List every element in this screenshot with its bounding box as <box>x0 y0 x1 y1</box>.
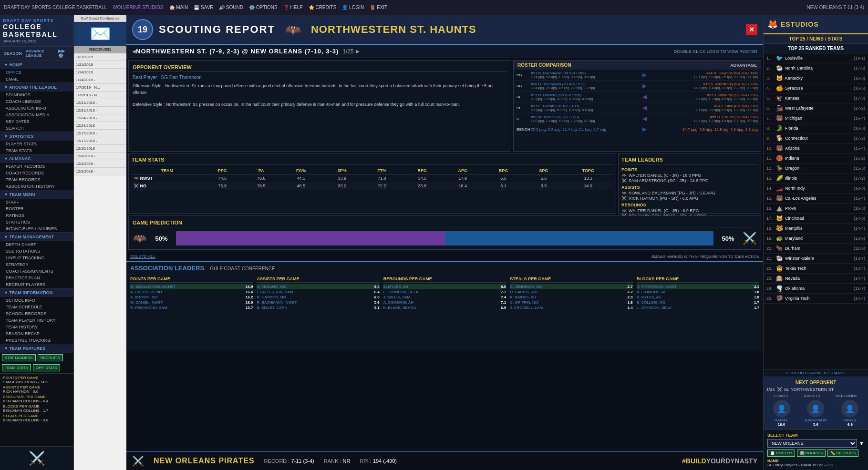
top25-item[interactable]: 18.🐯Memphis(14-4) <box>764 224 868 234</box>
email-row[interactable]: 12/24/2018 - <box>74 122 126 130</box>
sidebar-almanac-header[interactable]: ▼ ALMANAC <box>0 154 73 163</box>
sidebar-item-team-stats[interactable]: TEAM STATS <box>0 147 73 154</box>
recruits-button[interactable]: ✏️ RECRUITS <box>827 450 858 457</box>
close-button[interactable]: ✕ <box>746 24 757 35</box>
sidebar-item-school-records[interactable]: SCHOOL RECORDS <box>0 310 73 317</box>
prev-matchup-button[interactable]: ◀ <box>132 49 136 54</box>
email-row[interactable]: 12/3/2018 - <box>74 153 126 160</box>
opp-stats-btn[interactable]: OPP. STATS <box>33 364 60 371</box>
email-row[interactable]: 1/14/2019 <box>74 69 126 76</box>
sidebar-item-email[interactable]: EMAIL <box>0 76 73 82</box>
sidebar-item-coach-records[interactable]: COACH RECORDS <box>0 170 73 176</box>
top25-item[interactable]: 14.🏎️North Indy(16-3) <box>764 184 868 194</box>
top25-item[interactable]: 5.🦅Kansas(17-3) <box>764 93 868 103</box>
sidebar-item-search[interactable]: SEARCH <box>0 125 73 132</box>
top25-item[interactable]: 17.🐱Cincinnati(14-3) <box>764 214 868 224</box>
sidebar-item-office[interactable]: OFFICE <box>0 69 73 76</box>
nav-exit[interactable]: 🚪 EXIT <box>370 5 387 10</box>
nav-sound[interactable]: 🔊 SOUND <box>219 5 243 10</box>
sidebar-item-assoc-media[interactable]: ASSOCIATION MEDIA <box>0 112 73 118</box>
nav-login[interactable]: 👤 LOGIN <box>342 5 364 10</box>
nav-main[interactable]: 🏠 MAIN <box>169 5 188 10</box>
sidebar-item-assoc-info[interactable]: ASSOCIATION INFO <box>0 105 73 112</box>
sidebar-item-team-records[interactable]: TEAM RECORDS <box>0 176 73 183</box>
top25-item[interactable]: 23.🎰Nevada(14-4) <box>764 274 868 284</box>
top25-item[interactable]: 1.🐦Louisville(19-1) <box>764 53 868 63</box>
recruits-btn[interactable]: RECRUITS <box>38 354 63 361</box>
next-matchup-button[interactable]: ▶ <box>356 49 360 54</box>
email-row[interactable]: 12/31/2018 - <box>74 99 126 107</box>
top25-item[interactable]: 4.🍊Syracuse(16-5) <box>764 83 868 93</box>
sidebar-item-assoc-history[interactable]: ASSOCIATION HISTORY <box>0 183 73 190</box>
sidebar-item-prestige[interactable]: PRESTIGE TRACKING <box>0 337 73 344</box>
top25-header[interactable]: TOP 25 / NEWS / STATS <box>764 34 868 44</box>
sidebar-item-standings[interactable]: STANDINGS <box>0 92 73 98</box>
sidebar-item-statistics[interactable]: STATISTICS <box>0 219 73 225</box>
sidebar-item-player-history[interactable]: TEAM PLAYER HISTORY <box>0 317 73 324</box>
sidebar-item-lineup[interactable]: LINEUP TRACKING <box>0 255 73 261</box>
sidebar-team-menu-header[interactable]: ▼ TEAM MENU <box>0 190 73 199</box>
email-row[interactable]: 1/21/2019 <box>74 53 126 61</box>
email-row[interactable]: 1/7/2019 - N... <box>74 84 126 92</box>
sidebar-home-header[interactable]: ▼ HOME <box>0 61 73 69</box>
top25-item[interactable]: 19.🐢Maryland(13-6) <box>764 234 868 244</box>
sidebar-item-key-dates[interactable]: KEY DATES <box>0 118 73 125</box>
top25-item[interactable]: 13.🌽Illinois(17-2) <box>764 174 868 184</box>
nav-credits[interactable]: ⭐ CREDITS <box>309 5 337 10</box>
sidebar-item-roster[interactable]: ROSTER <box>0 205 73 212</box>
top25-item[interactable]: 20.🐂Durham(12-5) <box>764 244 868 254</box>
email-row[interactable]: 1/21/2019 <box>74 61 126 69</box>
email-row[interactable]: 12/17/2018 - <box>74 130 126 137</box>
sidebar-season-header[interactable]: SEASON ADVANCE LEAGUE ▶▶ ⚙️ <box>0 47 73 60</box>
email-row[interactable]: 1/7/2019 - N... <box>74 92 126 99</box>
sidebar-item-player-stats[interactable]: PLAYER STATS <box>0 141 73 147</box>
roster-button[interactable]: 📋 ROSTER <box>767 450 795 457</box>
sidebar-team-features-header[interactable]: ▼ TEAM FEATURES <box>0 344 73 353</box>
email-row[interactable]: 12/31/2018 - <box>74 107 126 114</box>
stat-leaders-btn[interactable]: STAT LEADERS <box>2 354 36 361</box>
top25-item[interactable]: 7.🐻Michigan(16-4) <box>764 113 868 123</box>
top25-item[interactable]: 25.🦃Virginia Tech(14-4) <box>764 294 868 304</box>
team-stats-btn[interactable]: TEAM STATS <box>2 364 31 371</box>
sidebar-item-team-history[interactable]: TEAM HISTORY <box>0 324 73 330</box>
email-row[interactable]: 12/24/2018 - <box>74 114 126 122</box>
sidebar-item-depth-chart[interactable]: DEPTH CHART <box>0 241 73 248</box>
top25-item[interactable]: 22.🤠Texas Tech(13-4) <box>764 264 868 274</box>
top25-item[interactable]: 21.🐏Winston-Salem(13-7) <box>764 254 868 264</box>
sidebar-team-info-header[interactable]: ▼ TEAM INFORMATION <box>0 288 73 297</box>
sidebar-item-ratings[interactable]: RATINGS <box>0 212 73 219</box>
nav-save[interactable]: 💾 SAVE <box>194 5 213 10</box>
sidebar-item-staff[interactable]: STAFF <box>0 199 73 205</box>
sidebar-team-mgmt-header[interactable]: ▼ TEAM MANAGEMENT <box>0 233 73 241</box>
email-row[interactable]: 12/10/2018 - <box>74 145 126 153</box>
nav-options[interactable]: ⚙️ OPTIONS <box>249 5 278 10</box>
sidebar-item-season-recap[interactable]: SEASON RECAP <box>0 330 73 337</box>
sidebar-stats-header[interactable]: ▼ STATISTICS <box>0 132 73 141</box>
injuries-button[interactable]: 🏥 INJURIES <box>797 450 826 457</box>
sidebar-item-recruit[interactable]: RECRUIT PLAYERS <box>0 281 73 288</box>
top25-item[interactable]: 6.🚂West Lafayette(17-2) <box>764 103 868 113</box>
sidebar-item-coach-lineage[interactable]: COACH LINEAGE <box>0 98 73 105</box>
top25-item[interactable]: 24.🌪️Oklahoma(11-7) <box>764 284 868 294</box>
sidebar-item-school-info[interactable]: SCHOOL INFO <box>0 297 73 304</box>
email-row[interactable]: 12/3/2018 - <box>74 168 126 175</box>
top25-item[interactable]: 3.🐱Kentucky(16-3) <box>764 73 868 83</box>
sidebar-item-sub-rotations[interactable]: SUB ROTATIONS <box>0 248 73 255</box>
email-row[interactable]: 1/14/2019 - <box>74 76 126 84</box>
sidebar-item-coach-assign[interactable]: COACH ASSIGNMENTS <box>0 268 73 275</box>
top25-item[interactable]: 8.🐊Florida(16-3) <box>764 123 868 133</box>
top25-item[interactable]: 2.🐏North Carolina(17-3) <box>764 63 868 73</box>
email-row[interactable]: 12/17/2018 - <box>74 137 126 145</box>
top25-item[interactable]: 12.🦆Oregon(15-3) <box>764 163 868 174</box>
top25-item[interactable]: 9.🐕Connecticut(17-2) <box>764 133 868 143</box>
top25-item[interactable]: 10.🐻Arizona(15-4) <box>764 143 868 153</box>
email-row[interactable]: 12/3/2018 - <box>74 160 126 168</box>
nav-help[interactable]: ❓ HELP <box>283 5 303 10</box>
sidebar-item-intangibles[interactable]: INTANGIBLES / INJURIES <box>0 225 73 232</box>
team-select-dropdown[interactable]: NEW ORLEANS <box>767 439 857 448</box>
click-hint[interactable]: CLICK ON HEADING TO CHANGE <box>764 369 868 377</box>
top25-item[interactable]: 15.🐻Cal-Los Angeles(15-4) <box>764 194 868 204</box>
sidebar-item-team-schedule[interactable]: TEAM SCHEDULE <box>0 304 73 310</box>
sidebar-item-player-records[interactable]: PLAYER RECORDS <box>0 163 73 170</box>
sidebar-item-practice[interactable]: PRACTICE PLAN <box>0 275 73 281</box>
